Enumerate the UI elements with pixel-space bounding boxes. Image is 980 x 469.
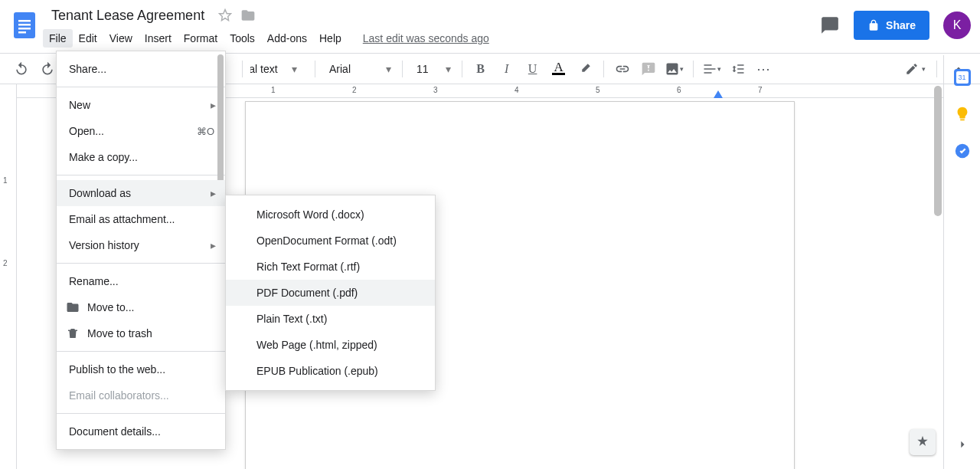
bold-button[interactable]: B (470, 58, 492, 80)
menu-rename[interactable]: Rename... (57, 268, 225, 294)
star-icon[interactable] (217, 8, 233, 23)
docs-logo-icon[interactable] (9, 9, 40, 40)
menu-email-attachment[interactable]: Email as attachment... (57, 206, 225, 232)
calendar-addon-icon[interactable]: 31 (954, 69, 971, 86)
menu-download-as[interactable]: Download as▸ (57, 180, 225, 206)
share-button[interactable]: Share (854, 11, 929, 40)
italic-button[interactable]: I (496, 58, 518, 80)
download-as-submenu: Microsoft Word (.docx) OpenDocument Form… (225, 195, 436, 391)
svg-rect-6 (647, 65, 649, 66)
line-spacing-button[interactable] (727, 58, 749, 80)
insert-comment-button[interactable] (638, 58, 659, 80)
download-rtf[interactable]: Rich Text Format (.rtf) (226, 254, 435, 280)
file-menu-dropdown: Share... New▸ Open...⌘O Make a copy... D… (56, 51, 226, 450)
undo-button[interactable] (11, 58, 32, 80)
menu-publish[interactable]: Publish to the web... (57, 356, 225, 382)
download-epub[interactable]: EPUB Publication (.epub) (226, 358, 435, 384)
svg-rect-2 (18, 24, 31, 26)
menu-edit[interactable]: Edit (73, 29, 103, 48)
lock-icon (867, 19, 880, 31)
font-size-select[interactable]: 11▾ (410, 59, 454, 79)
last-edit-link[interactable]: Last edit was seconds ago (363, 32, 489, 44)
insert-link-button[interactable] (612, 58, 633, 80)
svg-marker-7 (714, 90, 723, 98)
svg-rect-1 (18, 20, 31, 22)
download-pdf[interactable]: PDF Document (.pdf) (226, 280, 435, 306)
download-html[interactable]: Web Page (.html, zipped) (226, 332, 435, 358)
menu-new[interactable]: New▸ (57, 92, 225, 118)
underline-button[interactable]: U (522, 58, 544, 80)
insert-image-button[interactable]: ▾ (664, 58, 685, 80)
document-title[interactable]: Tenant Lease Agreement (46, 5, 210, 26)
side-panel: 31 (943, 55, 980, 469)
more-tools-button[interactable]: ⋯ (753, 58, 775, 80)
download-docx[interactable]: Microsoft Word (.docx) (226, 202, 435, 228)
paragraph-style-select[interactable]: Normal text▾ (250, 59, 307, 79)
menu-help[interactable]: Help (313, 29, 348, 48)
menu-version-history[interactable]: Version history▸ (57, 232, 225, 258)
explore-button[interactable] (910, 429, 936, 455)
menu-email-collaborators: Email collaborators... (57, 382, 225, 408)
align-button[interactable]: ▾ (701, 58, 723, 80)
highlight-button[interactable] (574, 58, 596, 80)
font-select[interactable]: Arial▾ (323, 59, 394, 79)
menu-move-to[interactable]: Move to... (57, 294, 225, 320)
redo-button[interactable] (37, 58, 58, 80)
trash-icon (66, 326, 80, 340)
menu-document-details[interactable]: Document details... (57, 418, 225, 444)
menu-open[interactable]: Open...⌘O (57, 118, 225, 144)
svg-rect-3 (18, 28, 31, 30)
menu-tools[interactable]: Tools (224, 29, 261, 48)
folder-icon (66, 300, 80, 314)
menu-move-trash[interactable]: Move to trash (57, 320, 225, 346)
tasks-addon-icon[interactable] (954, 143, 971, 159)
download-txt[interactable]: Plain Text (.txt) (226, 306, 435, 332)
hide-side-panel-button[interactable] (952, 434, 973, 455)
editing-mode-button[interactable]: ▾ (904, 58, 926, 80)
menu-format[interactable]: Format (178, 29, 224, 48)
account-avatar[interactable]: K (943, 11, 971, 39)
text-color-button[interactable]: A (548, 58, 570, 80)
keep-addon-icon[interactable] (954, 106, 971, 123)
vertical-scrollbar[interactable] (934, 86, 942, 467)
menu-addons[interactable]: Add-ons (261, 29, 313, 48)
vertical-ruler[interactable]: 1 2 (0, 84, 17, 469)
menu-view[interactable]: View (103, 29, 139, 48)
folder-icon[interactable] (240, 8, 256, 23)
comments-icon[interactable] (820, 15, 840, 35)
menu-file[interactable]: File (43, 29, 73, 48)
download-odt[interactable]: OpenDocument Format (.odt) (226, 228, 435, 254)
share-label: Share (886, 19, 916, 31)
svg-marker-5 (220, 10, 231, 21)
menu-make-copy[interactable]: Make a copy... (57, 144, 225, 170)
menu-insert[interactable]: Insert (139, 29, 178, 48)
svg-rect-4 (18, 31, 26, 34)
indent-marker-icon[interactable] (714, 90, 723, 98)
menu-share[interactable]: Share... (57, 56, 225, 82)
